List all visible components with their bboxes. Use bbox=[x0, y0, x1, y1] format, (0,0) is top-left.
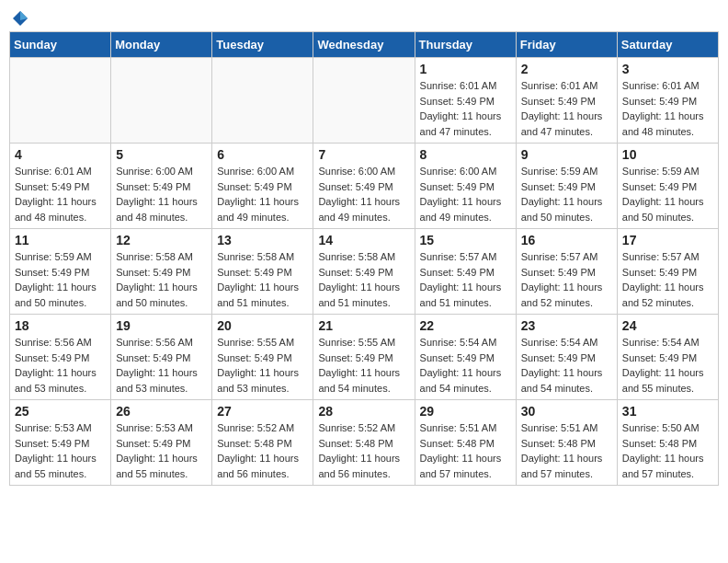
calendar-cell: 23Sunrise: 5:54 AMSunset: 5:49 PMDayligh… bbox=[516, 315, 617, 400]
day-info: Sunrise: 5:56 AMSunset: 5:49 PMDaylight:… bbox=[15, 335, 106, 396]
weekday-header: Tuesday bbox=[212, 32, 313, 58]
calendar-cell: 9Sunrise: 5:59 AMSunset: 5:49 PMDaylight… bbox=[516, 144, 617, 229]
day-info: Sunrise: 5:57 AMSunset: 5:49 PMDaylight:… bbox=[622, 249, 713, 310]
day-info: Sunrise: 5:52 AMSunset: 5:48 PMDaylight:… bbox=[318, 420, 409, 481]
day-info: Sunrise: 5:50 AMSunset: 5:48 PMDaylight:… bbox=[622, 420, 713, 481]
weekday-header: Monday bbox=[111, 32, 212, 58]
day-number: 21 bbox=[318, 318, 409, 333]
day-info: Sunrise: 6:00 AMSunset: 5:49 PMDaylight:… bbox=[217, 164, 308, 224]
calendar-cell: 29Sunrise: 5:51 AMSunset: 5:48 PMDayligh… bbox=[415, 400, 516, 486]
day-number: 11 bbox=[15, 233, 106, 247]
day-info: Sunrise: 5:57 AMSunset: 5:49 PMDaylight:… bbox=[420, 249, 511, 310]
calendar-header-row: SundayMondayTuesdayWednesdayThursdayFrid… bbox=[10, 32, 719, 58]
day-number: 25 bbox=[15, 404, 106, 419]
calendar-cell: 6Sunrise: 6:00 AMSunset: 5:49 PMDaylight… bbox=[212, 144, 313, 229]
day-info: Sunrise: 5:58 AMSunset: 5:49 PMDaylight:… bbox=[318, 249, 409, 310]
calendar-cell: 19Sunrise: 5:56 AMSunset: 5:49 PMDayligh… bbox=[111, 315, 212, 400]
day-number: 17 bbox=[622, 233, 713, 247]
calendar-cell: 11Sunrise: 5:59 AMSunset: 5:49 PMDayligh… bbox=[10, 229, 111, 315]
day-info: Sunrise: 5:56 AMSunset: 5:49 PMDaylight:… bbox=[116, 335, 207, 396]
day-info: Sunrise: 6:00 AMSunset: 5:49 PMDaylight:… bbox=[116, 164, 207, 224]
day-info: Sunrise: 5:58 AMSunset: 5:49 PMDaylight:… bbox=[217, 249, 308, 310]
day-info: Sunrise: 6:01 AMSunset: 5:49 PMDaylight:… bbox=[15, 164, 106, 224]
day-number: 28 bbox=[318, 404, 409, 419]
day-info: Sunrise: 6:00 AMSunset: 5:49 PMDaylight:… bbox=[318, 164, 409, 224]
logo bbox=[9, 9, 29, 24]
day-info: Sunrise: 5:55 AMSunset: 5:49 PMDaylight:… bbox=[318, 335, 409, 396]
day-number: 26 bbox=[116, 404, 207, 419]
calendar-cell: 14Sunrise: 5:58 AMSunset: 5:49 PMDayligh… bbox=[313, 229, 415, 315]
day-info: Sunrise: 5:53 AMSunset: 5:49 PMDaylight:… bbox=[15, 420, 106, 481]
calendar-cell: 17Sunrise: 5:57 AMSunset: 5:49 PMDayligh… bbox=[617, 229, 718, 315]
calendar-week-row: 18Sunrise: 5:56 AMSunset: 5:49 PMDayligh… bbox=[10, 315, 719, 400]
calendar-week-row: 1Sunrise: 6:01 AMSunset: 5:49 PMDaylight… bbox=[10, 58, 719, 144]
day-info: Sunrise: 5:59 AMSunset: 5:49 PMDaylight:… bbox=[15, 249, 106, 310]
day-number: 23 bbox=[521, 318, 612, 333]
calendar-cell: 7Sunrise: 6:00 AMSunset: 5:49 PMDaylight… bbox=[313, 144, 415, 229]
day-number: 12 bbox=[116, 233, 207, 247]
day-number: 15 bbox=[420, 233, 511, 247]
day-number: 8 bbox=[420, 147, 511, 162]
calendar-cell: 26Sunrise: 5:53 AMSunset: 5:49 PMDayligh… bbox=[111, 400, 212, 486]
calendar-cell: 5Sunrise: 6:00 AMSunset: 5:49 PMDaylight… bbox=[111, 144, 212, 229]
day-info: Sunrise: 6:01 AMSunset: 5:49 PMDaylight:… bbox=[622, 78, 713, 139]
day-number: 31 bbox=[622, 404, 713, 419]
day-number: 10 bbox=[622, 147, 713, 162]
day-info: Sunrise: 5:55 AMSunset: 5:49 PMDaylight:… bbox=[217, 335, 308, 396]
day-number: 7 bbox=[318, 147, 409, 162]
weekday-header: Wednesday bbox=[313, 32, 415, 58]
day-number: 18 bbox=[15, 318, 106, 333]
day-number: 2 bbox=[521, 62, 612, 76]
day-info: Sunrise: 5:57 AMSunset: 5:49 PMDaylight:… bbox=[521, 249, 612, 310]
calendar-cell bbox=[212, 58, 313, 144]
calendar-cell: 8Sunrise: 6:00 AMSunset: 5:49 PMDaylight… bbox=[415, 144, 516, 229]
weekday-header: Friday bbox=[516, 32, 617, 58]
calendar-cell: 20Sunrise: 5:55 AMSunset: 5:49 PMDayligh… bbox=[212, 315, 313, 400]
logo-icon bbox=[11, 9, 29, 28]
calendar-cell: 21Sunrise: 5:55 AMSunset: 5:49 PMDayligh… bbox=[313, 315, 415, 400]
day-info: Sunrise: 6:01 AMSunset: 5:49 PMDaylight:… bbox=[420, 78, 511, 139]
day-info: Sunrise: 5:52 AMSunset: 5:48 PMDaylight:… bbox=[217, 420, 308, 481]
calendar-cell: 12Sunrise: 5:58 AMSunset: 5:49 PMDayligh… bbox=[111, 229, 212, 315]
day-info: Sunrise: 5:54 AMSunset: 5:49 PMDaylight:… bbox=[420, 335, 511, 396]
day-number: 14 bbox=[318, 233, 409, 247]
calendar-cell: 4Sunrise: 6:01 AMSunset: 5:49 PMDaylight… bbox=[10, 144, 111, 229]
day-info: Sunrise: 5:59 AMSunset: 5:49 PMDaylight:… bbox=[521, 164, 612, 224]
calendar-cell: 10Sunrise: 5:59 AMSunset: 5:49 PMDayligh… bbox=[617, 144, 718, 229]
day-number: 4 bbox=[15, 147, 106, 162]
calendar-cell: 31Sunrise: 5:50 AMSunset: 5:48 PMDayligh… bbox=[617, 400, 718, 486]
calendar-cell: 16Sunrise: 5:57 AMSunset: 5:49 PMDayligh… bbox=[516, 229, 617, 315]
page-header bbox=[9, 9, 719, 24]
day-info: Sunrise: 5:59 AMSunset: 5:49 PMDaylight:… bbox=[622, 164, 713, 224]
day-info: Sunrise: 6:00 AMSunset: 5:49 PMDaylight:… bbox=[420, 164, 511, 224]
day-info: Sunrise: 5:53 AMSunset: 5:49 PMDaylight:… bbox=[116, 420, 207, 481]
calendar-cell: 2Sunrise: 6:01 AMSunset: 5:49 PMDaylight… bbox=[516, 58, 617, 144]
calendar-week-row: 4Sunrise: 6:01 AMSunset: 5:49 PMDaylight… bbox=[10, 144, 719, 229]
day-number: 22 bbox=[420, 318, 511, 333]
day-info: Sunrise: 6:01 AMSunset: 5:49 PMDaylight:… bbox=[521, 78, 612, 139]
day-info: Sunrise: 5:54 AMSunset: 5:49 PMDaylight:… bbox=[622, 335, 713, 396]
day-number: 29 bbox=[420, 404, 511, 419]
calendar-cell: 27Sunrise: 5:52 AMSunset: 5:48 PMDayligh… bbox=[212, 400, 313, 486]
day-number: 13 bbox=[217, 233, 308, 247]
day-info: Sunrise: 5:51 AMSunset: 5:48 PMDaylight:… bbox=[420, 420, 511, 481]
day-number: 24 bbox=[622, 318, 713, 333]
calendar-cell: 24Sunrise: 5:54 AMSunset: 5:49 PMDayligh… bbox=[617, 315, 718, 400]
calendar-week-row: 25Sunrise: 5:53 AMSunset: 5:49 PMDayligh… bbox=[10, 400, 719, 486]
calendar-cell: 25Sunrise: 5:53 AMSunset: 5:49 PMDayligh… bbox=[10, 400, 111, 486]
calendar-cell: 18Sunrise: 5:56 AMSunset: 5:49 PMDayligh… bbox=[10, 315, 111, 400]
weekday-header: Sunday bbox=[10, 32, 111, 58]
calendar-cell: 3Sunrise: 6:01 AMSunset: 5:49 PMDaylight… bbox=[617, 58, 718, 144]
day-number: 16 bbox=[521, 233, 612, 247]
day-number: 3 bbox=[622, 62, 713, 76]
calendar-cell: 28Sunrise: 5:52 AMSunset: 5:48 PMDayligh… bbox=[313, 400, 415, 486]
calendar-cell bbox=[111, 58, 212, 144]
day-number: 30 bbox=[521, 404, 612, 419]
calendar-cell: 22Sunrise: 5:54 AMSunset: 5:49 PMDayligh… bbox=[415, 315, 516, 400]
calendar-cell bbox=[10, 58, 111, 144]
day-info: Sunrise: 5:54 AMSunset: 5:49 PMDaylight:… bbox=[521, 335, 612, 396]
day-number: 27 bbox=[217, 404, 308, 419]
calendar-cell: 13Sunrise: 5:58 AMSunset: 5:49 PMDayligh… bbox=[212, 229, 313, 315]
weekday-header: Saturday bbox=[617, 32, 718, 58]
day-number: 5 bbox=[116, 147, 207, 162]
